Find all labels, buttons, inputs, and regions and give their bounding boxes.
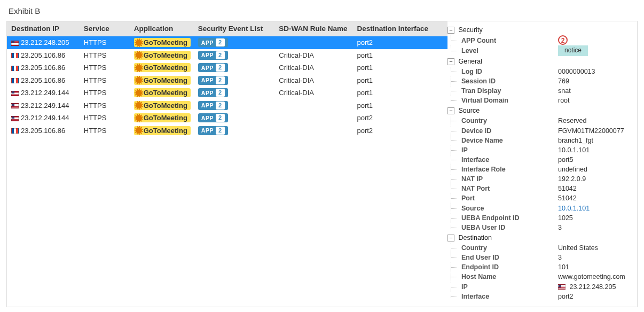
gear-icon bbox=[136, 127, 142, 134]
col-service[interactable]: Service bbox=[80, 21, 130, 36]
application-badge[interactable]: GoToMeeting bbox=[134, 113, 191, 122]
log-table: Destination IP Service Application Secur… bbox=[7, 21, 447, 137]
detail-value: root bbox=[552, 96, 632, 105]
sdwan-rule-cell: Critical-DIA bbox=[274, 49, 352, 62]
app-count-chip[interactable]: APP2 bbox=[198, 101, 228, 110]
detail-key: Log ID bbox=[458, 67, 482, 76]
dest-ip: 23.205.106.86 bbox=[21, 64, 65, 72]
flag-icon bbox=[11, 103, 19, 108]
app-count-chip[interactable]: APP2 bbox=[198, 113, 228, 122]
sdwan-rule-cell bbox=[274, 112, 352, 124]
detail-value: www.gotomeeting.com bbox=[552, 272, 632, 282]
app-count-chip[interactable]: APP2 bbox=[198, 126, 228, 135]
detail-key: IP bbox=[458, 145, 468, 155]
detail-value: 0000000013 bbox=[552, 67, 632, 76]
dest-interface-cell: port1 bbox=[352, 61, 447, 74]
detail-value: undefined bbox=[552, 165, 632, 174]
dest-interface-cell: port2 bbox=[352, 112, 447, 124]
flag-icon bbox=[558, 284, 566, 290]
application-badge[interactable]: GoToMeeting bbox=[134, 63, 191, 72]
application-badge[interactable]: GoToMeeting bbox=[134, 88, 191, 97]
group-security[interactable]: − Security bbox=[447, 25, 632, 35]
detail-key: Country bbox=[458, 243, 487, 253]
sdwan-rule-cell bbox=[274, 36, 352, 49]
col-sdwan-rule[interactable]: SD-WAN Rule Name bbox=[274, 21, 352, 36]
table-row[interactable]: 23.212.249.144HTTPSGoToMeetingAPP2Critic… bbox=[7, 87, 447, 99]
detail-key: Endpoint ID bbox=[458, 262, 499, 272]
application-badge[interactable]: GoToMeeting bbox=[134, 38, 191, 47]
group-general[interactable]: − General bbox=[447, 56, 632, 67]
table-row[interactable]: 23.212.249.144HTTPSGoToMeetingAPP2port1 bbox=[7, 99, 447, 112]
flag-icon bbox=[11, 128, 19, 134]
dest-ip: 23.205.106.86 bbox=[21, 76, 65, 84]
group-source[interactable]: − Source bbox=[447, 105, 632, 116]
detail-key: Session ID bbox=[458, 76, 496, 86]
dest-interface-cell: port2 bbox=[352, 124, 447, 137]
application-badge[interactable]: GoToMeeting bbox=[134, 51, 191, 60]
application-badge[interactable]: GoToMeeting bbox=[134, 126, 191, 135]
group-destination[interactable]: − Destination bbox=[447, 232, 632, 243]
toggle-icon[interactable]: − bbox=[447, 27, 454, 34]
service-cell: HTTPS bbox=[80, 112, 130, 124]
dest-ip: 23.212.248.205 bbox=[21, 38, 69, 46]
table-row[interactable]: 23.212.248.205HTTPSGoToMeetingAPP2port2 bbox=[7, 36, 447, 49]
app-count-chip[interactable]: APP2 bbox=[198, 63, 228, 72]
detail-key: Host Name bbox=[458, 272, 496, 282]
detail-value: 101 bbox=[552, 262, 632, 272]
detail-value: branch1_fgt bbox=[552, 136, 632, 145]
detail-value: FGVM01TM22000077 bbox=[552, 126, 632, 136]
app-count-badge: 2 bbox=[558, 35, 568, 45]
details-pane: − Security APP Count 2 Level notice bbox=[447, 21, 637, 307]
toggle-icon[interactable]: − bbox=[447, 107, 454, 114]
service-cell: HTTPS bbox=[80, 124, 130, 137]
detail-value: snat bbox=[552, 86, 632, 96]
col-security-event[interactable]: Security Event List bbox=[194, 21, 274, 36]
gear-icon bbox=[136, 52, 142, 58]
table-row[interactable]: 23.205.106.86HTTPSGoToMeetingAPP2Critica… bbox=[7, 61, 447, 74]
table-row[interactable]: 23.205.106.86HTTPSGoToMeetingAPP2Critica… bbox=[7, 49, 447, 62]
detail-key: Interface Role bbox=[458, 165, 506, 174]
gear-icon bbox=[136, 77, 142, 83]
detail-value: Reserved bbox=[552, 116, 632, 126]
detail-key: Device Name bbox=[458, 136, 503, 145]
application-badge[interactable]: GoToMeeting bbox=[134, 101, 191, 110]
toggle-icon[interactable]: − bbox=[447, 235, 454, 241]
detail-value: port2 bbox=[552, 292, 632, 301]
detail-key: Interface bbox=[458, 155, 489, 165]
flag-icon bbox=[11, 53, 19, 58]
gear-icon bbox=[136, 65, 142, 71]
gear-icon bbox=[136, 115, 142, 121]
col-dest-interface[interactable]: Destination Interface bbox=[352, 21, 447, 36]
detail-value: port5 bbox=[552, 155, 632, 165]
col-application[interactable]: Application bbox=[130, 21, 194, 36]
detail-key: Device ID bbox=[458, 126, 491, 136]
detail-key: UEBA Endpoint ID bbox=[458, 213, 520, 223]
sdwan-rule-cell: Critical-DIA bbox=[274, 74, 352, 87]
detail-key: NAT IP bbox=[458, 174, 483, 184]
col-destination-ip[interactable]: Destination IP bbox=[7, 21, 80, 36]
exhibit-title: Exhibit B bbox=[9, 6, 638, 15]
table-row[interactable]: 23.205.106.86HTTPSGoToMeetingAPP2port2 bbox=[7, 124, 447, 137]
table-row[interactable]: 23.205.106.86HTTPSGoToMeetingAPP2Critica… bbox=[7, 74, 447, 87]
detail-key: Interface bbox=[458, 292, 489, 301]
detail-value: 1025 bbox=[552, 213, 632, 223]
flag-icon bbox=[11, 91, 19, 96]
table-row[interactable]: 23.212.249.144HTTPSGoToMeetingAPP2port2 bbox=[7, 112, 447, 124]
service-cell: HTTPS bbox=[80, 61, 130, 74]
detail-key: NAT Port bbox=[458, 184, 490, 193]
flag-icon bbox=[11, 116, 19, 121]
app-count-chip[interactable]: APP2 bbox=[198, 88, 228, 97]
application-badge[interactable]: GoToMeeting bbox=[134, 76, 191, 85]
detail-key: End User ID bbox=[458, 253, 499, 262]
detail-key: Port bbox=[458, 193, 475, 203]
service-cell: HTTPS bbox=[80, 99, 130, 112]
source-link[interactable]: 10.0.1.101 bbox=[558, 205, 590, 212]
app-count-chip[interactable]: APP2 bbox=[198, 51, 228, 60]
app-count-chip[interactable]: APP2 bbox=[198, 38, 228, 47]
detail-key: Country bbox=[458, 116, 487, 126]
dest-interface-cell: port1 bbox=[352, 87, 447, 99]
service-cell: HTTPS bbox=[80, 49, 130, 62]
flag-icon bbox=[11, 66, 19, 71]
toggle-icon[interactable]: − bbox=[447, 58, 454, 65]
app-count-chip[interactable]: APP2 bbox=[198, 76, 228, 85]
